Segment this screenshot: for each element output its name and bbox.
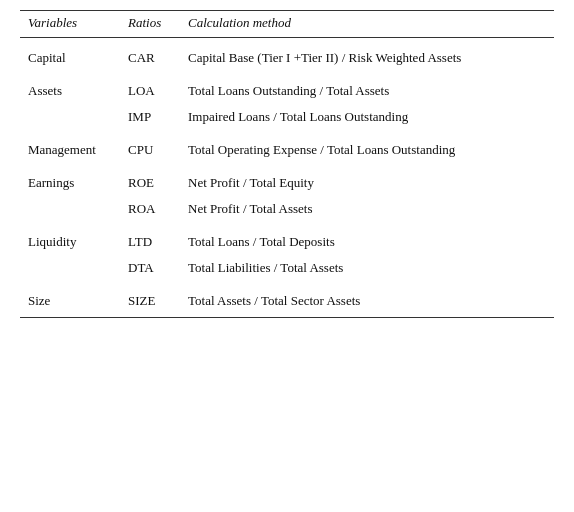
table-footer: [20, 318, 554, 339]
cell-calculation: Capital Base (Tier I +Tier II) / Risk We…: [180, 38, 554, 72]
cell-ratio: DTA: [120, 255, 180, 281]
cell-ratio: SIZE: [120, 281, 180, 318]
cell-calculation: Net Profit / Total Assets: [180, 196, 554, 222]
cell-calculation: Net Profit / Total Equity: [180, 163, 554, 196]
header-calculation: Calculation method: [180, 11, 554, 38]
cell-ratio: CAR: [120, 38, 180, 72]
cell-calculation: Total Liabilities / Total Assets: [180, 255, 554, 281]
cell-variable: Size: [20, 281, 120, 318]
cell-ratio: LTD: [120, 222, 180, 255]
cell-calculation: Impaired Loans / Total Loans Outstanding: [180, 104, 554, 130]
cell-ratio: LOA: [120, 71, 180, 104]
cell-variable: [20, 104, 120, 130]
cell-ratio: IMP: [120, 104, 180, 130]
cell-variable: Capital: [20, 38, 120, 72]
cell-ratio: ROE: [120, 163, 180, 196]
cell-variable: [20, 255, 120, 281]
cell-variable: Earnings: [20, 163, 120, 196]
header-variables: Variables: [20, 11, 120, 38]
cell-ratio: ROA: [120, 196, 180, 222]
cell-calculation: Total Loans Outstanding / Total Assets: [180, 71, 554, 104]
cell-calculation: Total Operating Expense / Total Loans Ou…: [180, 130, 554, 163]
cell-calculation: Total Loans / Total Deposits: [180, 222, 554, 255]
cell-variable: Assets: [20, 71, 120, 104]
cell-variable: Management: [20, 130, 120, 163]
header-ratios: Ratios: [120, 11, 180, 38]
cell-ratio: CPU: [120, 130, 180, 163]
cell-variable: [20, 196, 120, 222]
cell-calculation: Total Assets / Total Sector Assets: [180, 281, 554, 318]
cell-variable: Liquidity: [20, 222, 120, 255]
